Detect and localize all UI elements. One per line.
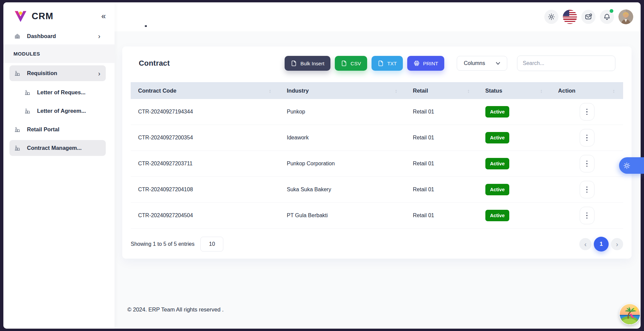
column-header-retail[interactable]: Retail <box>406 82 478 99</box>
user-avatar[interactable] <box>618 9 633 24</box>
printer-icon <box>413 60 420 67</box>
sidebar-item-label: Letter of Reques... <box>37 89 86 96</box>
columns-label: Columns <box>464 60 485 66</box>
row-actions-button[interactable] <box>580 103 594 121</box>
status-badge: Active <box>485 158 510 170</box>
export-csv-button[interactable]: CSV <box>335 56 367 71</box>
sidebar-item-dashboard[interactable]: Dashboard <box>9 29 106 43</box>
card-header: Contract Bulk Insert CSV <box>122 46 632 71</box>
factory-icon <box>14 126 21 133</box>
cell-industry: Punkop <box>280 99 406 125</box>
notification-dot <box>610 9 613 13</box>
status-badge: Active <box>485 184 510 196</box>
table-row: CTR-20240927200354 Ideawork Retail 01 Ac… <box>131 125 623 151</box>
column-label: Status <box>485 88 502 94</box>
notifications-button[interactable] <box>600 10 614 24</box>
language-flag-button[interactable] <box>563 10 577 24</box>
sidebar-item-requisition[interactable]: Requisition <box>9 65 106 81</box>
pagination-next-button[interactable]: › <box>611 238 623 250</box>
column-label: Industry <box>287 88 309 94</box>
factory-icon <box>24 89 31 96</box>
sun-icon <box>547 13 555 21</box>
row-actions-button[interactable] <box>580 155 594 172</box>
table-row: CTR-20240927194344 Punkop Retail 01 Acti… <box>131 99 623 125</box>
settings-fab[interactable] <box>619 157 644 174</box>
theme-toggle-button[interactable] <box>544 10 558 24</box>
gear-icon <box>623 162 631 170</box>
page-size-input[interactable] <box>200 237 223 252</box>
chevron-right-icon <box>98 33 100 39</box>
breadcrumb-fragment <box>145 25 147 27</box>
sidebar-section-label: MODULES <box>13 51 40 57</box>
table-footer: Showing 1 to 5 of 5 entries ‹ 1 › <box>131 229 623 252</box>
cell-contract-code: CTR-20240927204108 <box>131 177 280 203</box>
topbar <box>115 2 641 31</box>
sidebar-item-retail-portal[interactable]: Retail Portal <box>3 122 115 137</box>
row-actions-button[interactable] <box>580 207 594 224</box>
txt-label: TXT <box>387 61 397 66</box>
table-header-row: Contract Code Industry Retail Status Act… <box>131 82 623 99</box>
sidebar: CRM Dashboard MODULES Requisition <box>3 2 115 329</box>
row-actions-button[interactable] <box>580 129 594 146</box>
sidebar-item-letter-of-request[interactable]: Letter of Reques... <box>3 85 115 100</box>
print-button[interactable]: PRINT <box>407 56 444 71</box>
columns-dropdown[interactable]: Columns <box>457 56 507 71</box>
app-frame: CRM Dashboard MODULES Requisition <box>0 0 644 331</box>
chevron-down-icon <box>496 62 500 65</box>
cell-contract-code: CTR-20240927203711 <box>131 151 280 177</box>
copyright-text: © 2024. ERP Team All rights reserved . <box>122 306 632 313</box>
cell-industry: PT Gula Berbakti <box>280 203 406 229</box>
cell-industry: Suka Suka Bakery <box>280 177 406 203</box>
sort-icon <box>467 88 470 94</box>
app-window: CRM Dashboard MODULES Requisition <box>3 2 641 329</box>
pagination-page-1[interactable]: 1 <box>594 237 609 252</box>
cell-retail: Retail 01 <box>406 177 478 203</box>
brand-name: CRM <box>32 11 54 22</box>
sidebar-item-label: Dashboard <box>27 33 56 39</box>
column-header-action[interactable]: Action <box>551 82 623 99</box>
page-title: Contract <box>139 59 170 68</box>
pagination: ‹ 1 › <box>579 237 623 252</box>
factory-icon <box>14 70 21 76</box>
bell-icon <box>603 13 611 21</box>
cell-industry: Ideawork <box>280 125 406 151</box>
export-txt-button[interactable]: TXT <box>372 56 403 71</box>
status-badge: Active <box>485 132 510 144</box>
sidebar-section-header: MODULES <box>3 44 115 63</box>
home-icon <box>14 33 21 39</box>
cell-contract-code: CTR-20240927194344 <box>131 99 280 125</box>
bulk-insert-label: Bulk Insert <box>300 61 324 66</box>
content-area: Contract Bulk Insert CSV <box>115 31 641 329</box>
status-badge: Active <box>485 106 510 118</box>
sort-icon <box>269 88 271 94</box>
column-header-status[interactable]: Status <box>478 82 551 99</box>
cell-industry: Punkop Corporation <box>280 151 406 177</box>
sidebar-collapse-icon[interactable] <box>101 12 106 20</box>
contract-card: Contract Bulk Insert CSV <box>122 46 632 259</box>
sidebar-item-label: Requisition <box>27 70 57 76</box>
mail-icon <box>584 13 592 21</box>
column-header-contract-code[interactable]: Contract Code <box>131 82 280 99</box>
cell-contract-code: CTR-20240927204504 <box>131 203 280 229</box>
column-label: Action <box>558 88 575 94</box>
brand-logo-icon <box>13 9 28 23</box>
entries-summary: Showing 1 to 5 of 5 entries <box>131 241 194 247</box>
brand-row: CRM <box>3 2 115 28</box>
messages-button[interactable] <box>581 10 595 24</box>
row-actions-button[interactable] <box>580 181 594 198</box>
bulk-insert-button[interactable]: Bulk Insert <box>285 56 330 71</box>
cell-contract-code: CTR-20240927200354 <box>131 125 280 151</box>
main-area: Contract Bulk Insert CSV <box>115 2 641 329</box>
column-label: Contract Code <box>138 88 176 94</box>
sidebar-item-letter-of-agreement[interactable]: Letter of Agreem... <box>3 103 115 118</box>
search-input[interactable] <box>517 56 615 71</box>
sort-icon <box>540 88 543 94</box>
sort-icon <box>395 88 397 94</box>
table-row: CTR-20240927203711 Punkop Corporation Re… <box>131 151 623 177</box>
island-widget[interactable] <box>619 303 641 325</box>
column-header-industry[interactable]: Industry <box>280 82 406 99</box>
contracts-table: Contract Code Industry Retail Status Act… <box>131 82 623 229</box>
pagination-prev-button[interactable]: ‹ <box>579 238 591 250</box>
sidebar-item-contract-management[interactable]: Contract Managem... <box>9 140 106 156</box>
table-row: CTR-20240927204504 PT Gula Berbakti Reta… <box>131 203 623 229</box>
